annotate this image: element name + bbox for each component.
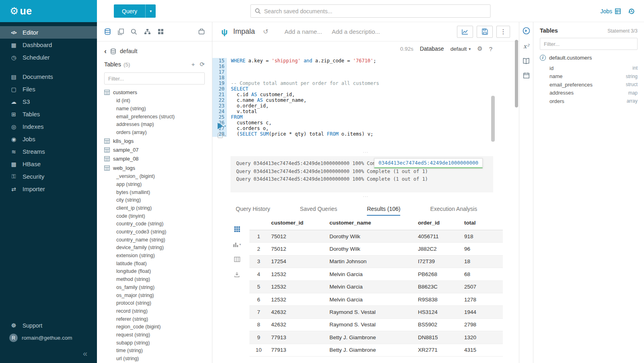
tree-item[interactable]: os_family (string) <box>104 283 205 291</box>
results-column-header[interactable]: customer_id <box>271 220 329 226</box>
tree-item[interactable]: request (string) <box>104 331 205 339</box>
columns-view-icon[interactable] <box>234 257 240 262</box>
code-line[interactable]: 16 <box>212 64 519 69</box>
code-line[interactable]: 21 c.id AS customer_id, <box>212 92 519 97</box>
tree-item[interactable]: addresses (map) <box>104 120 205 128</box>
code-line[interactable]: 24 v.total <box>212 109 519 114</box>
chart-view-icon[interactable]: ▾ <box>233 242 241 247</box>
tab-query-history[interactable]: Query History <box>236 206 270 216</box>
search-input[interactable] <box>264 8 486 14</box>
results-row[interactable]: 4 12532 Melvin Garcia PB6268 68 <box>249 268 503 280</box>
right-panel-filter-input[interactable] <box>544 41 634 47</box>
sidebar-item-indexes[interactable]: ◎ Indexes <box>0 120 97 133</box>
results-row[interactable]: 10 77913 Betty J. Giambrone XR2771 4315 <box>249 344 503 357</box>
back-chevron-icon[interactable]: ‹ <box>104 47 107 55</box>
hue-logo[interactable]: ⚙ ue <box>0 0 97 22</box>
sitemap-source-icon[interactable] <box>144 29 151 35</box>
code-editor[interactable]: 15WHERE a.key = 'shipping' and a.zip_cod… <box>212 56 519 148</box>
tree-item[interactable]: web_logs <box>104 163 205 172</box>
results-row[interactable]: 7 42632 Raymond S. Vestal HS3124 1944 <box>249 306 503 318</box>
databases-source-icon[interactable] <box>104 28 111 35</box>
bag-icon[interactable] <box>198 29 205 35</box>
query-name-field[interactable]: Add a name... <box>284 28 322 35</box>
tree-item[interactable]: region_code (bigint) <box>104 323 205 331</box>
tree-item[interactable]: customers <box>104 88 205 97</box>
tree-item[interactable]: subapp (string) <box>104 339 205 347</box>
editor-secondary-button[interactable]: ▾ <box>218 133 226 138</box>
breadcrumb-database-name[interactable]: default <box>120 48 138 54</box>
tree-item[interactable]: k8s_logs <box>104 136 205 145</box>
new-query-button-label[interactable]: Query <box>114 4 145 18</box>
sidebar-item-importer[interactable]: ⇄ Importer <box>0 183 97 195</box>
grid-view-icon[interactable] <box>234 226 240 232</box>
editor-log-splitter[interactable]: ··· <box>212 148 519 156</box>
new-query-button[interactable]: Query ▾ <box>114 4 156 18</box>
tree-item[interactable]: city (string) <box>104 196 205 204</box>
tab-results[interactable]: Results (106) <box>367 206 400 216</box>
tree-item[interactable]: app (string) <box>104 180 205 188</box>
run-options-caret-icon[interactable]: ▾ <box>224 124 226 128</box>
tree-item[interactable]: latitude (float) <box>104 260 205 268</box>
sidebar-item-documents[interactable]: ▤ Documents <box>0 70 97 83</box>
info-icon[interactable] <box>540 55 546 61</box>
documents-source-icon[interactable] <box>118 29 124 35</box>
tree-item[interactable]: sample_08 <box>104 155 205 163</box>
sidebar-item-files[interactable]: ▢ Files <box>0 83 97 95</box>
sidebar-item-jobs[interactable]: ◉ Jobs <box>0 133 97 145</box>
results-column-header[interactable]: customer_name <box>329 220 418 226</box>
results-column-header[interactable]: order_id <box>418 220 464 226</box>
results-row[interactable]: 1 75012 Dorothy Wilk 4056711 918 <box>249 230 503 243</box>
results-row[interactable]: 9 77913 Betty J. Giambrone DN8815 1320 <box>249 331 503 344</box>
schema-column-row[interactable]: addresses map <box>540 89 638 97</box>
query-history-undo-icon[interactable]: ↺ <box>263 28 268 35</box>
tree-item[interactable]: longitude (float) <box>104 268 205 276</box>
tree-item[interactable]: device_family (string) <box>104 244 205 252</box>
schedule-calendar-icon[interactable] <box>523 72 529 78</box>
tree-item[interactable]: time (string) <box>104 347 205 355</box>
panel-scrollbar-thumb[interactable] <box>515 40 518 107</box>
tree-item[interactable]: code (tinyint) <box>104 212 205 220</box>
schema-column-row[interactable]: orders array <box>540 97 638 105</box>
sidebar-item-hbase[interactable]: ▩ HBase <box>0 158 97 170</box>
editor-scrollbar-thumb[interactable] <box>491 96 495 142</box>
save-button[interactable] <box>477 26 493 38</box>
sidebar-item-security[interactable]: ⚿ Security <box>0 170 97 183</box>
tree-item[interactable]: _version_ (bigint) <box>104 172 205 180</box>
tree-item[interactable]: orders (array) <box>104 128 205 136</box>
editor-settings-gear-icon[interactable]: ⚙ <box>477 45 482 52</box>
sidebar-item-streams[interactable]: ≋ Streams <box>0 145 97 158</box>
sidebar-item-tables[interactable]: ⊞ Tables <box>0 108 97 120</box>
refresh-icon[interactable]: ⟳ <box>200 61 205 68</box>
functions-icon[interactable]: x² <box>523 43 529 50</box>
results-column-header[interactable]: total <box>464 220 499 226</box>
query-history-clock-icon[interactable] <box>628 8 635 15</box>
help-icon[interactable]: ? <box>489 45 492 52</box>
sidebar-item-dashboard[interactable]: ▦ Dashboard <box>0 39 97 51</box>
code-line[interactable]: 17 <box>212 69 519 75</box>
tree-item[interactable]: country_name (string) <box>104 236 205 244</box>
jobs-link[interactable]: Jobs <box>600 8 621 14</box>
schema-column-row[interactable]: id int <box>540 64 638 72</box>
schema-column-row[interactable]: name string <box>540 72 638 81</box>
tree-item[interactable]: os_major (string) <box>104 291 205 299</box>
language-reference-book-icon[interactable] <box>523 58 529 64</box>
results-row[interactable]: 6 12532 Melvin Garcia R9S838 1278 <box>249 293 503 306</box>
code-line[interactable]: 19-- Compute total amount per order for … <box>212 80 519 86</box>
kebab-menu-button[interactable]: ⋮ <box>496 26 510 38</box>
tab-saved-queries[interactable]: Saved Queries <box>300 206 337 216</box>
code-line[interactable]: 15WHERE a.key = 'shipping' and a.zip_cod… <box>212 58 519 64</box>
tree-item[interactable]: bytes (smallint) <box>104 188 205 196</box>
schema-column-row[interactable]: email_preferences struct <box>540 80 638 89</box>
tree-item[interactable]: url (string) <box>104 355 205 363</box>
tree-item[interactable]: protocol (string) <box>104 299 205 307</box>
apps-grid-icon[interactable] <box>158 29 164 35</box>
active-table-row[interactable]: default.customers <box>540 55 638 61</box>
tree-item[interactable]: id (int) <box>104 97 205 105</box>
sidebar-item-scheduler[interactable]: ◷ Scheduler <box>0 51 97 64</box>
sidebar-collapse-button[interactable]: « <box>0 344 97 360</box>
add-table-icon[interactable]: + <box>191 61 195 68</box>
user-menu[interactable]: R romain@gethue.com <box>0 332 97 344</box>
tree-item[interactable]: country_code3 (string) <box>104 228 205 236</box>
query-description-field[interactable]: Add a descriptio... <box>332 28 380 35</box>
new-query-dropdown[interactable]: ▾ <box>145 4 156 18</box>
